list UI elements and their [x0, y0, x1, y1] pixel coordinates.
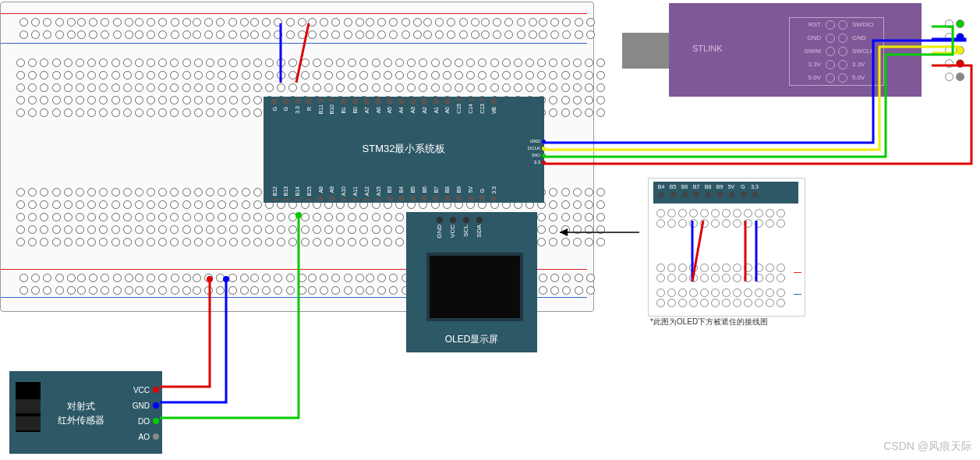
stm32-pin: A7 — [362, 98, 371, 114]
stm32-pin: B7 — [431, 186, 440, 201]
stm32-pin: B9 — [455, 186, 464, 201]
stlink-body: STLINK RSTSWDIOGNDGNDSWIMSWCLK3.3V3.3V5.… — [669, 3, 922, 97]
stm32-pin: B14 — [293, 186, 302, 201]
stm32-pin: 5V — [466, 186, 476, 201]
stlink-pin-row: 5.0V5.0V — [790, 71, 883, 84]
stm32-side-pin: GND — [528, 138, 546, 145]
stm32-pin: A1 — [431, 98, 440, 114]
oled-pin: GND — [436, 217, 443, 239]
stlink-pin-row: SWIMSWCLK — [790, 44, 883, 58]
ir-title-l1: 对射式 — [67, 401, 95, 412]
ir-sensor-title: 对射式 红外传感器 — [58, 399, 104, 427]
stlink-conn-row — [945, 30, 976, 44]
stm32-pin: B6 — [419, 186, 429, 201]
oled-pin: VCC — [449, 217, 456, 239]
stm32-pin: B4 — [397, 186, 406, 201]
stm32-bottom-pins: B12B13B14B15A8A9A10A11A12A15B3B4B5B6B7B8… — [270, 186, 498, 201]
oled-title: OLED显示屏 — [406, 333, 537, 346]
stm32-pin: B12 — [270, 186, 279, 201]
stm32-pin: A0 — [443, 98, 452, 114]
stm32-pin: A5 — [385, 98, 394, 114]
stm32-side-pin: DIO — [528, 152, 546, 159]
stlink-pin-row: 3.3V3.3V — [790, 58, 883, 71]
stm32-pin: B15 — [304, 186, 313, 201]
stm32-pin: B3 — [385, 186, 394, 201]
stlink-conn-row — [945, 17, 976, 30]
stlink-pinbox: RSTSWDIOGNDGNDSWIMSWCLK3.3V3.3V5.0V5.0V — [789, 17, 884, 86]
stlink-conn-row — [945, 70, 976, 83]
stm32-top-pins: GG3.3RB11B10B1B0A7A6A5A4A3A2A1A0C15C14C1… — [270, 98, 498, 114]
stm32-pin: A12 — [362, 186, 371, 201]
stm32-pin: R — [304, 98, 313, 114]
ir-sensor-module: 对射式 红外传感器 VCCGNDDOAO — [9, 371, 162, 454]
ir-pin: GND — [133, 398, 159, 413]
ir-title-l2: 红外传感器 — [58, 415, 104, 426]
stm32-pin: G — [281, 98, 291, 114]
stm32-pin: 3.3 — [293, 98, 302, 114]
stlink-module: STLINK RSTSWDIOGNDGNDSWIMSWCLK3.3V3.3V5.… — [622, 3, 976, 97]
stm32-pin: A2 — [419, 98, 429, 114]
stm32-pin: C14 — [466, 98, 476, 114]
oled-screen — [426, 253, 523, 321]
stm32-side-pin: DCLK — [528, 145, 546, 152]
stm32-pin: B0 — [351, 98, 360, 114]
stm32-pin: A3 — [409, 98, 418, 114]
stlink-usb-icon — [622, 33, 672, 69]
ir-pin: DO — [133, 413, 159, 429]
stlink-label: STLINK — [692, 44, 723, 53]
stlink-pin-row: GNDGND — [790, 31, 883, 44]
inset-caption: *此图为OLED下方被遮住的接线图 — [650, 317, 768, 327]
oled-pin: SDA — [476, 217, 483, 239]
stm32-title: STM32最小系统板 — [264, 142, 544, 156]
oled-pin: SCL — [462, 217, 469, 239]
ir-pin: AO — [133, 429, 159, 444]
stm32-side-pin: 3.3 — [528, 159, 546, 166]
stm32-pin: B8 — [443, 186, 452, 201]
stm32-pin: 3.3 — [489, 186, 498, 201]
stm32-pin: B13 — [281, 186, 291, 201]
stm32-pin: A6 — [373, 98, 383, 114]
stm32-pin: A11 — [351, 186, 360, 201]
stm32-pin: A9 — [327, 186, 337, 201]
ir-sensor-pins: VCCGNDDOAO — [133, 382, 159, 444]
stm32-pin: G — [270, 98, 279, 114]
stm32-pin: G — [477, 186, 486, 201]
stm32-pin: VB — [489, 98, 498, 114]
stm32-pin: A15 — [373, 186, 383, 201]
watermark: CSDN @风痕天际 — [883, 440, 972, 454]
diagram-canvas: // placeholder – holes drawn below via J… — [0, 0, 980, 460]
oled-module: GNDVCCSCLSDA OLED显示屏 — [406, 212, 537, 352]
stm32-pin: A10 — [339, 186, 348, 201]
ir-emitter-icon — [16, 382, 41, 432]
stlink-connector — [945, 17, 976, 83]
stm32-side-pins: GNDDCLKDIO3.3 — [528, 138, 546, 166]
svg-line-1 — [692, 221, 703, 281]
stm32-pin: C15 — [455, 98, 464, 114]
stm32-pin: C13 — [477, 98, 486, 114]
stm32-pin: B11 — [316, 98, 325, 114]
stm32-board: STM32最小系统板 GG3.3RB11B10B1B0A7A6A5A4A3A2A… — [264, 97, 544, 203]
stm32-pin: B10 — [327, 98, 337, 114]
stlink-conn-row — [945, 44, 976, 57]
stlink-conn-row — [945, 57, 976, 70]
ir-pin: VCC — [133, 382, 159, 398]
stm32-pin: B5 — [409, 186, 418, 201]
stm32-pin: A4 — [397, 98, 406, 114]
stm32-pin: B1 — [339, 98, 348, 114]
inset-detail: B4B5B6B7B8B95VG3.3 — [648, 178, 805, 317]
stm32-pin: A8 — [316, 186, 325, 201]
oled-pins: GNDVCCSCLSDA — [436, 217, 483, 239]
stlink-pin-row: RSTSWDIO — [790, 18, 883, 31]
